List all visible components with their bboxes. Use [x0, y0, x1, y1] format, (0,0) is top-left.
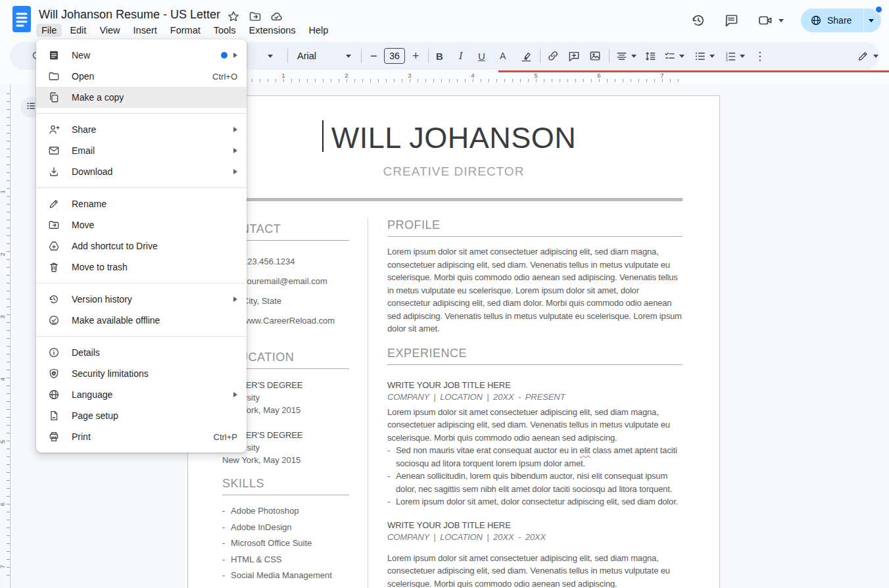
- editing-mode-pencil-icon[interactable]: [857, 42, 869, 70]
- insert-image-icon[interactable]: [589, 42, 602, 70]
- font-family-dropdown-icon[interactable]: [346, 42, 351, 70]
- menu-item-details[interactable]: Details: [36, 342, 247, 363]
- title-divider-rule: [221, 198, 683, 201]
- bulleted-list-dropdown-icon[interactable]: [709, 42, 715, 70]
- profile-heading[interactable]: PROFILE: [387, 218, 683, 237]
- resume-role[interactable]: CREATIVE DIRECTOR: [188, 164, 719, 179]
- menu-item-add-shortcut-to-drive[interactable]: Add shortcut to Drive: [36, 235, 247, 257]
- menu-item-version-history[interactable]: Version history: [36, 289, 247, 310]
- insert-link-icon[interactable]: [546, 42, 560, 70]
- cloud-saved-icon[interactable]: [270, 10, 283, 23]
- decrease-font-size-button[interactable]: −: [370, 42, 377, 70]
- editing-mode-dropdown-icon[interactable]: [873, 42, 878, 70]
- menu-item-download[interactable]: Download: [36, 161, 247, 182]
- offline-check-icon: [47, 314, 60, 327]
- underline-button[interactable]: U: [478, 42, 485, 70]
- menu-format[interactable]: Format: [165, 24, 206, 37]
- align-icon[interactable]: [615, 42, 628, 70]
- menu-tools[interactable]: Tools: [208, 24, 241, 37]
- menu-item-new[interactable]: New: [36, 45, 247, 66]
- bold-button[interactable]: B: [436, 42, 443, 70]
- menu-bar: File Edit View Insert Format Tools Exten…: [36, 24, 333, 37]
- submenu-arrow-icon: [233, 127, 237, 132]
- more-options-icon[interactable]: ⋮: [754, 42, 766, 70]
- job-bullet[interactable]: -Aenean sollicitudin, lorem quis bibendu…: [387, 470, 683, 495]
- job-text[interactable]: Lorem ipsum dolor sit amet consectetuer …: [387, 552, 683, 588]
- move-folder-icon[interactable]: [249, 10, 262, 23]
- video-call-dropdown-icon[interactable]: [779, 19, 784, 22]
- checklist-dropdown-icon[interactable]: [679, 42, 685, 70]
- drive-shortcut-icon: [47, 239, 60, 253]
- job-meta[interactable]: COMPANY | LOCATION | 20XX - PRESENT: [387, 392, 683, 403]
- menu-insert[interactable]: Insert: [128, 24, 162, 37]
- highlight-color-button[interactable]: [520, 42, 533, 70]
- share-dropdown-icon[interactable]: [869, 19, 874, 22]
- line-spacing-icon[interactable]: [644, 42, 656, 70]
- job-bullet[interactable]: -Lorem ipsum dolor sit amet, dolor conse…: [387, 495, 683, 508]
- google-docs-logo[interactable]: [12, 5, 32, 33]
- submenu-arrow-icon: [233, 53, 237, 58]
- align-dropdown-icon[interactable]: [631, 42, 637, 70]
- bullet-dash: -: [387, 495, 396, 508]
- skill-item[interactable]: -Microsoft Office Suite: [222, 538, 349, 548]
- document-page[interactable]: WILL JOHANSON CREATIVE DIRECTOR CONTACT …: [187, 95, 720, 588]
- menu-item-email[interactable]: Email: [36, 140, 247, 161]
- menu-file[interactable]: File: [36, 24, 62, 37]
- job-text[interactable]: Lorem ipsum dolor sit amet consectetuer …: [387, 406, 683, 445]
- toolbar-separator: [361, 49, 362, 63]
- document-title[interactable]: Will Johanson Resume - US Letter: [39, 8, 220, 22]
- skill-item[interactable]: -Adobe Photoshop: [222, 506, 349, 516]
- profile-text[interactable]: Lorem ipsum dolor sit amet consectetuer …: [387, 245, 683, 335]
- job-title[interactable]: WRITE YOUR JOB TITLE HERE: [387, 520, 683, 531]
- numbered-list-dropdown-icon[interactable]: [740, 42, 745, 70]
- font-family-select[interactable]: Arial: [297, 42, 316, 70]
- vertical-ruler[interactable]: 1 2 3 4 5 6 7: [0, 84, 13, 588]
- menu-item-print[interactable]: Print Ctrl+P: [36, 426, 247, 447]
- increase-font-size-button[interactable]: +: [412, 42, 420, 70]
- numbered-list-icon[interactable]: 123: [724, 42, 736, 70]
- job-meta[interactable]: COMPANY | LOCATION | 20XX - 20XX: [387, 532, 683, 543]
- video-call-icon[interactable]: [757, 12, 773, 28]
- menu-item-page-setup[interactable]: Page setup: [36, 405, 247, 426]
- menu-help[interactable]: Help: [304, 24, 334, 37]
- job-title[interactable]: WRITE YOUR JOB TITLE HERE: [387, 380, 683, 391]
- menu-item-make-a-copy[interactable]: Make a copy: [36, 87, 247, 108]
- menu-item-rename[interactable]: Rename: [36, 193, 247, 214]
- menu-item-language[interactable]: Language: [36, 384, 247, 405]
- add-comment-icon[interactable]: [567, 42, 581, 70]
- menu-edit[interactable]: Edit: [64, 24, 91, 37]
- styles-dropdown-icon[interactable]: [268, 42, 273, 70]
- checklist-icon[interactable]: [663, 42, 676, 70]
- menu-extensions[interactable]: Extensions: [244, 24, 301, 37]
- menu-item-move-to-trash[interactable]: Move to trash: [36, 257, 247, 278]
- bulleted-list-icon[interactable]: [694, 42, 706, 70]
- job-bullet[interactable]: -Sed non mauris vitae erat consequat auc…: [387, 444, 683, 470]
- skill-item[interactable]: -Social Media Management: [222, 570, 349, 580]
- italic-button[interactable]: I: [459, 42, 462, 70]
- app-header: Will Johanson Resume - US Letter File Ed…: [0, 0, 889, 42]
- person-add-icon: [47, 123, 60, 136]
- menu-item-move[interactable]: Move: [36, 214, 247, 235]
- skills-heading[interactable]: SKILLS: [222, 476, 349, 495]
- experience-heading[interactable]: EXPERIENCE: [387, 346, 683, 365]
- bullet-dash: -: [222, 570, 231, 580]
- menu-item-security-limitations[interactable]: Security limitations: [36, 363, 247, 384]
- menu-item-open[interactable]: Open Ctrl+O: [36, 66, 247, 87]
- menu-item-share[interactable]: Share: [36, 119, 247, 140]
- resume-name[interactable]: WILL JOHANSON: [188, 121, 719, 155]
- comments-icon[interactable]: [723, 12, 739, 28]
- share-button[interactable]: Share: [801, 9, 881, 32]
- svg-text:3: 3: [725, 58, 728, 62]
- resume-right-column[interactable]: PROFILE Lorem ipsum dolor sit amet conse…: [387, 218, 683, 588]
- star-icon[interactable]: [227, 10, 240, 23]
- education-date[interactable]: New York, May 2015: [222, 454, 349, 466]
- menu-separator: [36, 187, 247, 188]
- menu-item-make-available-offline[interactable]: Make available offline: [36, 310, 247, 331]
- skill-item[interactable]: -HTML & CSS: [222, 554, 349, 564]
- version-history-icon[interactable]: [690, 12, 706, 28]
- skill-item[interactable]: -Adobe InDesign: [222, 522, 349, 532]
- ruler-number: 6: [597, 72, 600, 79]
- menu-view[interactable]: View: [94, 24, 125, 37]
- font-size-input[interactable]: 36: [384, 42, 405, 70]
- share-button-label: Share: [827, 15, 852, 26]
